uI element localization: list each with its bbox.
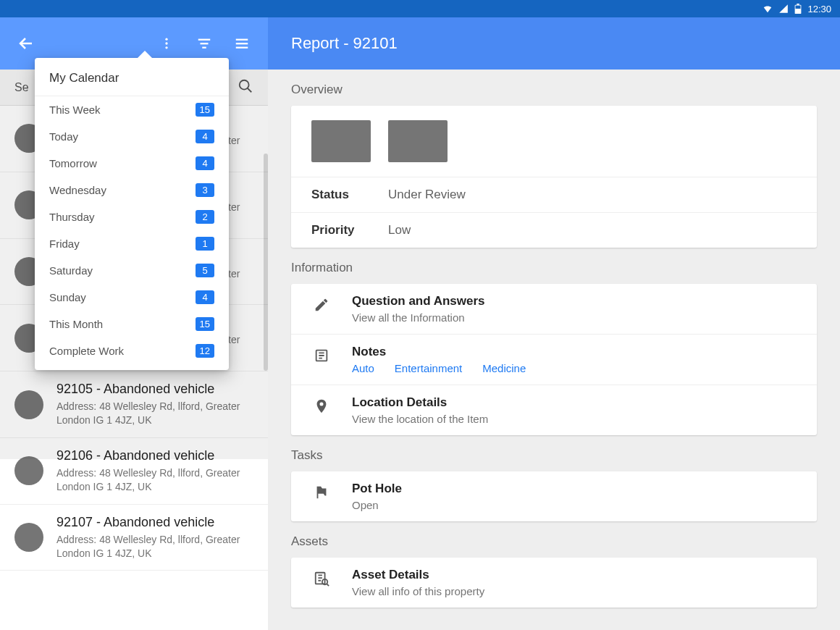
note-tag[interactable]: Auto (352, 362, 374, 374)
right-pane: Overview Status Under Review Priority Lo… (268, 70, 840, 630)
avatar (14, 456, 43, 485)
svg-rect-6 (198, 39, 211, 41)
note-tag[interactable]: Medicine (482, 362, 526, 374)
overview-card: Status Under Review Priority Low (291, 106, 817, 248)
asset-icon (311, 568, 332, 587)
task-title: Pot Hole (352, 482, 402, 496)
photo-row (291, 106, 817, 177)
list-item[interactable]: 92106 - Abandoned vehicleAddress: 48 Wel… (0, 438, 268, 505)
section-assets: Assets (291, 534, 817, 549)
info-notes[interactable]: Notes Auto Entertainment Medicine (291, 334, 817, 385)
count-badge: 2 (196, 210, 214, 224)
edit-icon (311, 294, 332, 313)
location-icon (311, 395, 332, 414)
popover-item-label: Wednesday (49, 184, 106, 196)
count-badge: 4 (196, 156, 214, 170)
task-status: Open (352, 499, 402, 511)
calendar-popover: My Calendar This Week15 Today4 Tomorrow4… (35, 58, 229, 370)
popover-item-label: Friday (49, 238, 80, 250)
status-bar: 12:30 (0, 0, 840, 17)
info-title: Location Details (352, 395, 488, 410)
svg-rect-8 (202, 47, 206, 49)
svg-point-5 (165, 46, 167, 49)
count-badge: 12 (196, 344, 214, 358)
count-badge: 5 (196, 264, 214, 277)
count-badge: 15 (196, 103, 214, 117)
asset-item[interactable]: Asset Details View all info of this prop… (291, 558, 817, 608)
status-label: Status (311, 188, 362, 202)
popover-item[interactable]: Wednesday3 (35, 177, 229, 203)
more-vert-icon[interactable] (149, 26, 184, 61)
svg-rect-10 (236, 43, 248, 44)
search-label: Se (14, 81, 29, 94)
priority-row: Priority Low (291, 212, 817, 248)
list-item-sub: Address: 48 Wellesley Rd, llford, Greate… (56, 466, 253, 494)
list-item-sub: Address: 48 Wellesley Rd, llford, Greate… (56, 533, 253, 560)
count-badge: 1 (196, 237, 214, 251)
page-title: Report - 92101 (268, 17, 840, 70)
info-sub: View the location of the Item (352, 413, 488, 425)
assets-card: Asset Details View all info of this prop… (291, 558, 817, 608)
battery-icon (794, 4, 802, 14)
count-badge: 4 (196, 290, 214, 304)
popover-item-label: Sunday (49, 291, 86, 303)
popover-item-label: Tomorrow (49, 157, 97, 169)
information-card: Question and Answers View all the Inform… (291, 284, 817, 435)
info-qa[interactable]: Question and Answers View all the Inform… (291, 284, 817, 334)
count-badge: 15 (196, 317, 214, 331)
info-title: Notes (352, 345, 526, 359)
count-badge: 4 (196, 130, 214, 143)
popover-item[interactable]: Saturday5 (35, 257, 229, 284)
priority-label: Priority (311, 223, 362, 238)
section-tasks: Tasks (291, 448, 817, 463)
popover-item[interactable]: Friday1 (35, 230, 229, 257)
photo-thumb[interactable] (311, 120, 371, 162)
svg-rect-2 (796, 6, 801, 9)
svg-rect-11 (236, 47, 248, 49)
list-item-title: 92107 - Abandoned vehicle (56, 515, 253, 530)
list-item-sub: Address: 48 Wellesley Rd, llford, Greate… (56, 400, 253, 427)
popover-item[interactable]: Sunday4 (35, 284, 229, 311)
popover-item-label: This Week (49, 104, 101, 116)
avatar (14, 390, 43, 419)
asset-sub: View all info of this property (352, 585, 484, 597)
count-badge: 3 (196, 183, 214, 197)
tasks-card: Pot Hole Open (291, 471, 817, 521)
status-value: Under Review (388, 188, 466, 202)
popover-item[interactable]: Today4 (35, 123, 229, 150)
menu-icon[interactable] (224, 26, 259, 61)
popover-item-label: Saturday (49, 264, 93, 277)
photo-thumb[interactable] (388, 120, 448, 162)
svg-rect-9 (236, 39, 248, 41)
note-icon (311, 345, 332, 364)
info-location[interactable]: Location Details View the location of th… (291, 385, 817, 435)
popover-title: My Calendar (35, 58, 229, 96)
asset-title: Asset Details (352, 568, 484, 582)
popover-item-label: Thursday (49, 211, 95, 223)
svg-point-4 (165, 42, 167, 44)
filter-icon[interactable] (187, 26, 222, 61)
svg-point-3 (165, 38, 167, 41)
popover-item-label: This Month (49, 318, 103, 330)
svg-rect-7 (201, 43, 209, 44)
popover-item[interactable]: This Month15 (35, 311, 229, 337)
popover-item[interactable]: Complete Work12 (35, 337, 229, 364)
note-tag[interactable]: Entertainment (395, 362, 462, 374)
status-row: Status Under Review (291, 177, 817, 212)
back-button[interactable] (9, 26, 43, 61)
signal-icon (778, 4, 789, 14)
popover-item[interactable]: Tomorrow4 (35, 150, 229, 177)
flag-icon (311, 482, 332, 500)
search-icon[interactable] (238, 78, 253, 97)
task-item[interactable]: Pot Hole Open (291, 471, 817, 521)
popover-item[interactable]: This Week15 (35, 96, 229, 123)
list-item[interactable]: 92107 - Abandoned vehicleAddress: 48 Wel… (0, 505, 268, 571)
info-sub: View all the Information (352, 311, 485, 324)
popover-item-label: Today (49, 130, 78, 143)
popover-item[interactable]: Thursday2 (35, 203, 229, 230)
svg-rect-1 (797, 4, 800, 5)
status-time: 12:30 (807, 4, 831, 14)
avatar (14, 523, 43, 552)
priority-value: Low (388, 223, 411, 238)
list-item[interactable]: 92105 - Abandoned vehicleAddress: 48 Wel… (0, 371, 268, 438)
